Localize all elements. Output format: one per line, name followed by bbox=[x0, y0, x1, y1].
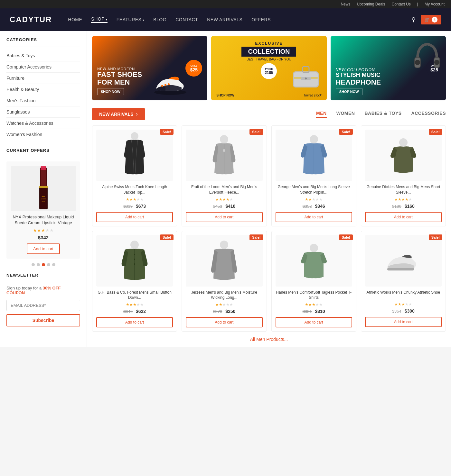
cart-button[interactable]: 🛒 4 bbox=[421, 15, 441, 24]
categories-title: CATEGORIES bbox=[6, 37, 80, 42]
nav-blog[interactable]: BLOG bbox=[153, 17, 166, 22]
original-price: $839 bbox=[123, 204, 133, 209]
original-price: $321 bbox=[303, 309, 312, 314]
topbar-contact-us[interactable]: Contact Us bbox=[391, 2, 410, 6]
carousel-dot-3[interactable] bbox=[47, 263, 50, 266]
product-card: Sale! Alpine Swiss Mens Zach Knee Length… bbox=[92, 125, 177, 226]
nav-new-arrivals[interactable]: NEW ARRIVALS bbox=[207, 17, 242, 22]
category-computer[interactable]: Computer Accessories bbox=[6, 64, 52, 69]
add-to-cart-button[interactable]: Add to cart bbox=[186, 317, 262, 327]
all-products-link[interactable]: All Men Products... bbox=[92, 337, 446, 342]
product-name: Hanes Men's ComfortSoft Tagless Pocket T… bbox=[276, 290, 352, 301]
sale-price: $310 bbox=[315, 309, 325, 314]
new-arrivals-button[interactable]: NEW ARRIVALS › bbox=[92, 108, 145, 120]
banner-bag-shop[interactable]: SHOP NOW bbox=[216, 94, 234, 97]
carousel-dot-4[interactable] bbox=[52, 263, 55, 266]
product-stars: ★★★★★ bbox=[365, 197, 442, 202]
tab-men[interactable]: MEN bbox=[316, 111, 327, 118]
banner-bag-collection-label: COLLECTION bbox=[241, 47, 296, 57]
banners-row: New and Modern FAST SHOESFOR MEN SHOP NO… bbox=[92, 36, 446, 100]
add-to-cart-button[interactable]: Add to cart bbox=[96, 317, 173, 327]
tab-women[interactable]: WOMEN bbox=[336, 111, 355, 118]
offer-product-image: NYX LIQUID Suede bbox=[11, 166, 76, 211]
lipstick-svg: NYX LIQUID Suede bbox=[32, 166, 55, 211]
svg-point-13 bbox=[168, 83, 170, 85]
topbar-news[interactable]: News bbox=[341, 2, 350, 6]
main-content: New and Modern FAST SHOESFOR MEN SHOP NO… bbox=[87, 31, 451, 347]
sale-price: $410 bbox=[225, 204, 235, 209]
category-health[interactable]: Health & Beauty bbox=[6, 87, 39, 92]
add-to-cart-button[interactable]: Add to cart bbox=[365, 317, 442, 327]
sale-badge: Sale! bbox=[249, 129, 263, 135]
topbar-my-account[interactable]: My Account bbox=[425, 2, 445, 6]
add-to-cart-button[interactable]: Add to cart bbox=[186, 212, 262, 222]
category-womens[interactable]: Women's Fashion bbox=[6, 132, 42, 137]
product-card: Sale! Fruit of the Loom Men's and Big Me… bbox=[182, 125, 267, 226]
add-to-cart-button[interactable]: Add to cart bbox=[365, 212, 442, 222]
carousel-dot-0[interactable] bbox=[32, 263, 35, 266]
sale-price: $673 bbox=[136, 204, 146, 209]
svg-point-26 bbox=[131, 132, 138, 140]
new-arrivals-arrow-icon: › bbox=[136, 111, 138, 117]
arrivals-tabs: MEN WOMEN BABIES & TOYS ACCESSORIES bbox=[316, 111, 446, 118]
product-stars: ★★★★★ bbox=[186, 302, 262, 307]
category-mens-fashion[interactable]: Men's Fashion bbox=[6, 98, 36, 103]
add-to-cart-button[interactable]: Add to cart bbox=[96, 212, 173, 222]
offer-add-to-cart-button[interactable]: Add to cart bbox=[27, 243, 60, 254]
product-stars: ★★★★★ bbox=[276, 197, 352, 202]
svg-point-25 bbox=[434, 60, 439, 65]
top-bar: News Upcoming Deals Contact Us | My Acco… bbox=[0, 0, 451, 8]
newsletter-email-input[interactable] bbox=[6, 300, 80, 311]
logo[interactable]: CADYTUR bbox=[10, 15, 52, 24]
sale-price: $250 bbox=[225, 309, 235, 314]
product-image bbox=[365, 235, 442, 287]
svg-point-35 bbox=[220, 241, 228, 249]
svg-rect-37 bbox=[387, 268, 414, 270]
sale-badge: Sale! bbox=[160, 129, 174, 135]
tab-babies-toys[interactable]: BABIES & TOYS bbox=[364, 111, 401, 118]
carousel-dot-2[interactable] bbox=[42, 263, 45, 266]
banner-headphone-subtitle: New Collection bbox=[336, 68, 381, 72]
sale-badge: Sale! bbox=[429, 234, 442, 240]
sidebar: CATEGORIES Babies & Toys Computer Access… bbox=[0, 31, 87, 347]
svg-text:NYX: NYX bbox=[42, 196, 45, 197]
product-prices: $839 $673 bbox=[96, 204, 173, 209]
tab-accessories[interactable]: ACCESSORIES bbox=[411, 111, 446, 118]
category-furniture[interactable]: Furniture bbox=[6, 76, 24, 81]
list-item: Health & Beauty bbox=[6, 84, 80, 95]
nav-offers[interactable]: OFFERS bbox=[251, 17, 271, 22]
search-icon[interactable]: ⚲ bbox=[411, 16, 416, 23]
newsletter-subscribe-button[interactable]: Subscribe bbox=[6, 314, 80, 326]
cart-icon: 🛒 bbox=[425, 17, 430, 22]
nav-features[interactable]: FEATURES bbox=[117, 17, 144, 22]
svg-text:Suede: Suede bbox=[42, 201, 45, 202]
banner-shoes-shop-btn[interactable]: SHOP NOW bbox=[97, 88, 124, 95]
category-watches[interactable]: Watches & Accessories bbox=[6, 121, 53, 126]
add-to-cart-button[interactable]: Add to cart bbox=[276, 212, 352, 222]
banner-headphone-shop-btn[interactable]: SHOP NOW bbox=[336, 88, 362, 95]
svg-point-33 bbox=[134, 259, 135, 260]
svg-text:LIQUID: LIQUID bbox=[41, 198, 45, 200]
sale-badge: Sale! bbox=[339, 129, 352, 135]
category-sunglasses[interactable]: Sunglasses bbox=[6, 109, 30, 114]
product-image bbox=[186, 130, 262, 181]
svg-point-32 bbox=[134, 254, 135, 255]
arrivals-header: NEW ARRIVALS › MEN WOMEN BABIES & TOYS A… bbox=[92, 108, 446, 120]
product-image bbox=[276, 130, 352, 181]
newsletter-text: Sign up today for a 30% OFF COUPON bbox=[6, 286, 80, 295]
topbar-upcoming-deals[interactable]: Upcoming Deals bbox=[357, 2, 385, 6]
nav-home[interactable]: HOME bbox=[68, 17, 82, 22]
nav-shop[interactable]: SHOP bbox=[91, 16, 107, 23]
product-card: Sale! Genuine Dickies Mens and Big Mens … bbox=[361, 125, 446, 226]
sale-badge: Sale! bbox=[160, 234, 174, 240]
product-image bbox=[186, 235, 262, 287]
banner-bag-image bbox=[291, 62, 320, 91]
category-babies-toys[interactable]: Babies & Toys bbox=[6, 53, 35, 58]
carousel-dot-1[interactable] bbox=[37, 263, 40, 266]
nav-contact[interactable]: CONTACT bbox=[175, 17, 198, 22]
product-image bbox=[96, 235, 173, 287]
banner-bag-stock: limited stock bbox=[304, 94, 322, 97]
svg-rect-1 bbox=[41, 169, 46, 186]
product-prices: $453 $410 bbox=[186, 204, 262, 209]
add-to-cart-button[interactable]: Add to cart bbox=[276, 317, 352, 327]
